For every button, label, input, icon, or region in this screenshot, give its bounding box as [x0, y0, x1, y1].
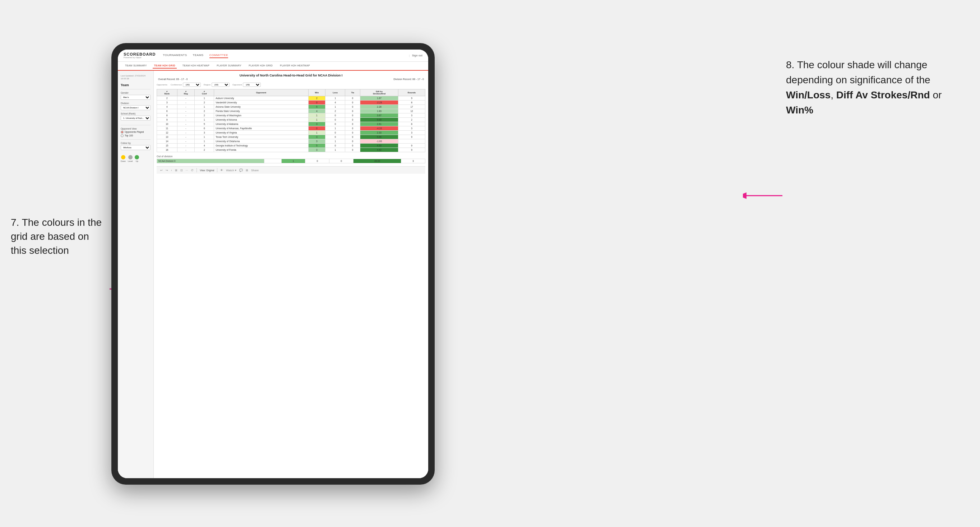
conference-filter[interactable]: (All): [183, 83, 201, 87]
grid-title: University of North Carolina Head-to-Hea…: [157, 74, 425, 77]
sign-out-button[interactable]: Sign out: [412, 54, 422, 57]
watch-button[interactable]: Watch ▾: [226, 169, 236, 172]
col-loss: Loss: [326, 89, 345, 96]
table-row: 15 - 4 Georgia Institute of Technology 5…: [157, 144, 425, 148]
last-updated: Last Updated: 27/03/202416:55:38: [121, 74, 151, 80]
crop-button[interactable]: ⊡: [180, 169, 183, 172]
clock-button[interactable]: ⏱: [191, 169, 194, 172]
table-row: 3 - 2 Vanderbilt University 0 4 0 -2.29 …: [157, 100, 425, 105]
table-row: 10 - 5 University of Alabama 3 0 0 2.61 …: [157, 122, 425, 126]
legend-level: Level: [128, 155, 132, 162]
overall-record: Overall Record: 89 - 17 - 0: [158, 78, 188, 80]
main-content: Last Updated: 27/03/202416:55:38 Team Ge…: [118, 71, 428, 478]
radio-dot-opponents-played: [121, 131, 124, 133]
table-row: 8 - 2 University of Washington 1 0 0 3.6…: [157, 113, 425, 118]
subnav-team-summary[interactable]: TEAM SUMMARY: [124, 63, 148, 68]
subnav-player-summary[interactable]: PLAYER SUMMARY: [215, 63, 243, 68]
view-label: View: Original: [200, 169, 214, 171]
colour-by-select[interactable]: Win/loss: [121, 145, 151, 150]
subnav-player-h2h-heatmap[interactable]: PLAYER H2H HEATMAP: [278, 63, 312, 68]
opponent-view-options: Opponents Played Top 100: [121, 131, 151, 137]
legend-dot-down: [121, 155, 126, 159]
data-table: #Rank #Reg #Conf Opponent Win Loss Tie D…: [157, 89, 425, 152]
col-rounds: Rounds: [398, 89, 425, 96]
more-button[interactable]: ⊞: [175, 169, 177, 172]
share-button[interactable]: Share: [251, 169, 259, 172]
opponent-filter[interactable]: (All): [243, 83, 261, 87]
filter-opponents: Opponents:: [157, 83, 168, 87]
grid-content: University of North Carolina Head-to-Hea…: [154, 71, 428, 478]
tablet-screen: SCOREBOARD Powered by clippd TOURNAMENTS…: [118, 49, 428, 478]
col-diff: Diff AvStrokes/Rnd: [360, 89, 398, 96]
comment-button[interactable]: 💬: [239, 169, 243, 172]
table-row: 2 - 1 Auburn University 2 1 0 1.67 9: [157, 96, 425, 100]
bold-diff: Diff Av Strokes/Rnd: [836, 89, 930, 100]
subnav-team-h2h-grid[interactable]: TEAM H2H GRID: [153, 63, 177, 68]
opponent-view-label: Opponent View: [121, 127, 151, 130]
legend-up: Up: [135, 155, 139, 162]
table-row: 4 - 1 Arizona State University 5 1 0 2.2…: [157, 105, 425, 109]
table-row: 9 - 1 University of Arizona 1 0 0 9.00 2: [157, 118, 425, 122]
bold-win-pct: Win%: [786, 105, 813, 116]
logo: SCOREBOARD Powered by clippd: [124, 52, 156, 59]
school-select[interactable]: 1. University of Nort...: [121, 116, 151, 121]
table-row: 14 - 1 University of Oklahoma 3 1 0 -1.0…: [157, 139, 425, 144]
eye-icon: 👁: [220, 169, 223, 172]
colour-by-label: Colour by: [121, 142, 151, 144]
legend-dot-level: [128, 155, 132, 159]
legend-down: Down: [121, 155, 126, 162]
logo-main: SCOREBOARD: [124, 52, 156, 56]
table-row: 12 - 3 University of Virginia 1 0 0 2.33…: [157, 131, 425, 135]
undo-button[interactable]: ↩: [160, 169, 163, 172]
division-record: Division Record: 88 - 17 - 0: [393, 78, 424, 80]
region-filter[interactable]: (All): [212, 83, 229, 87]
table-row: 16 - 2 University of Florida 3 1 0 4.62 …: [157, 148, 425, 152]
school-label: School (Rank): [121, 113, 151, 115]
gender-select[interactable]: Men's: [121, 95, 151, 100]
dots-button[interactable]: ···: [186, 169, 188, 172]
filter-region: Region (All): [204, 83, 229, 87]
radio-opponents-played[interactable]: Opponents Played: [121, 131, 151, 133]
grid-button[interactable]: ⊞: [246, 169, 248, 172]
redo-button[interactable]: ↪: [165, 169, 168, 172]
out-of-division-title: Out of division: [157, 155, 425, 157]
gender-label: Gender: [121, 92, 151, 94]
col-rank: #Rank: [157, 89, 177, 96]
division-label: Division: [121, 102, 151, 105]
subnav-player-h2h-grid[interactable]: PLAYER H2H GRID: [247, 63, 274, 68]
logo-sub: Powered by clippd: [124, 56, 156, 59]
sidebar: Last Updated: 27/03/202416:55:38 Team Ge…: [118, 71, 154, 478]
nav-links: TOURNAMENTS TEAMS COMMITTEE: [163, 53, 402, 58]
nav-teams[interactable]: TEAMS: [193, 53, 204, 58]
legend-label-up: Up: [136, 160, 138, 162]
out-of-division-table: NCAA Division II 1 0 0 26.00 3: [157, 159, 425, 163]
out-of-division: Out of division NCAA Division II 1 0 0 2…: [157, 155, 425, 163]
toolbar-divider-2: [217, 168, 217, 172]
sub-nav: TEAM SUMMARY TEAM H2H GRID TEAM H2H HEAT…: [118, 62, 428, 71]
legend-label-down: Down: [121, 160, 126, 162]
radio-dot-top100: [121, 134, 124, 137]
tablet-frame: SCOREBOARD Powered by clippd TOURNAMENTS…: [111, 43, 435, 485]
radio-top100[interactable]: Top 100: [121, 134, 151, 137]
out-of-division-row: NCAA Division II 1 0 0 26.00 3: [157, 159, 425, 163]
division-select[interactable]: NCAA Division I: [121, 105, 151, 110]
col-opponent: Opponent: [214, 89, 308, 96]
filter-opponent: Opponent (All): [232, 83, 261, 87]
nav-committee[interactable]: COMMITTEE: [210, 53, 229, 58]
bold-win-loss: Win/Loss: [786, 89, 830, 100]
col-conf: #Conf: [195, 89, 214, 96]
subnav-team-h2h-heatmap[interactable]: TEAM H2H HEATMAP: [181, 63, 211, 68]
nav-tournaments[interactable]: TOURNAMENTS: [163, 53, 187, 58]
legend-dot-up: [135, 155, 139, 159]
team-section-title: Team: [121, 83, 151, 87]
arrow-right: [743, 187, 786, 205]
legend: Down Level Up: [121, 155, 151, 162]
table-row: 6 - 2 Florida State University 4 2 0 1.8…: [157, 109, 425, 113]
grid-records: Overall Record: 89 - 17 - 0 Division Rec…: [157, 78, 425, 80]
annotation-left: 7. The colours in the grid are based on …: [11, 215, 104, 258]
back-button[interactable]: ‹: [171, 169, 172, 172]
annotation-right: 8. The colour shade will change dependin…: [786, 57, 944, 118]
legend-label-level: Level: [128, 160, 132, 162]
opponents-label: Opponents:: [157, 84, 168, 86]
col-reg: #Reg: [177, 89, 195, 96]
